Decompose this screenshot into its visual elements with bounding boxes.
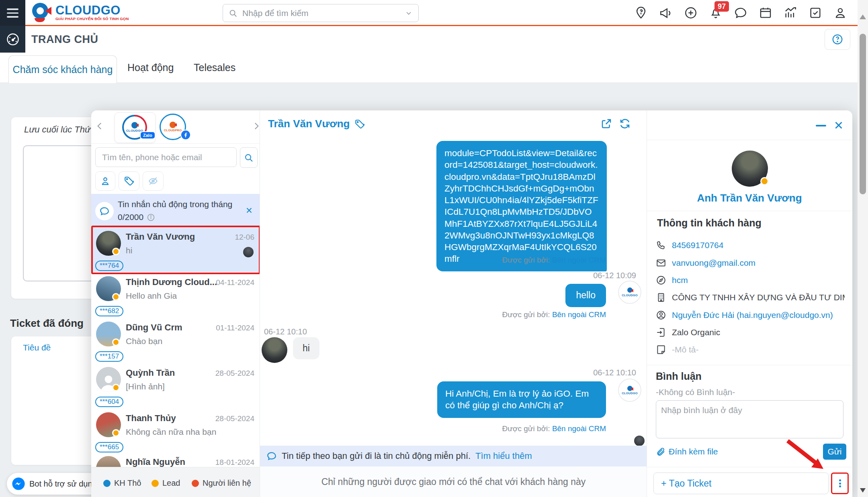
tab-label: Chăm sóc khách hàng bbox=[13, 64, 113, 75]
page-header: TRANG CHỦ bbox=[25, 26, 868, 53]
tab-label: Hoạt động bbox=[127, 62, 174, 73]
analytics-icon[interactable] bbox=[784, 6, 797, 20]
hamburger-menu-icon[interactable] bbox=[7, 8, 18, 20]
phone-badge: ***764 bbox=[95, 261, 123, 271]
chat-icon[interactable] bbox=[734, 6, 747, 20]
filter-by-person-button[interactable] bbox=[95, 171, 115, 191]
phone-icon bbox=[656, 240, 666, 251]
tab-label: Telesales bbox=[194, 62, 235, 73]
notification-badge: 97 bbox=[714, 1, 729, 12]
tab-hoat-dong[interactable]: Hoạt động bbox=[127, 53, 174, 82]
attach-file-label: Đính kèm file bbox=[669, 447, 718, 456]
page-scrollbar[interactable] bbox=[858, 0, 868, 497]
create-ticket-button[interactable]: + Tạo Ticket bbox=[653, 473, 829, 494]
chevron-right-icon[interactable] bbox=[251, 121, 260, 131]
scrollbar-thumb[interactable] bbox=[860, 34, 866, 194]
filter-hidden-button[interactable] bbox=[143, 171, 164, 191]
closed-tickets-column-link[interactable]: Tiêu đề bbox=[23, 343, 51, 352]
chevron-left-icon[interactable] bbox=[94, 121, 105, 131]
conversation-row-nghia-nguyen[interactable]: Nghĩa Nguyễn 18-01-2024 bbox=[91, 454, 260, 467]
conversation-date: 12-06 bbox=[235, 233, 254, 242]
customer-phone-row[interactable]: 84569170764 bbox=[656, 238, 845, 253]
timestamp: 06-12 10:09 bbox=[593, 271, 636, 280]
customer-phone[interactable]: 84569170764 bbox=[672, 240, 723, 250]
add-icon[interactable] bbox=[684, 6, 698, 20]
close-icon[interactable] bbox=[833, 119, 845, 131]
facebook-badge-icon bbox=[180, 130, 191, 140]
status-legend: KH Thô Lead Người liên hệ bbox=[91, 467, 260, 497]
notifications-bell-icon[interactable]: 97 bbox=[709, 6, 723, 20]
user-icon[interactable] bbox=[833, 6, 847, 20]
learn-more-link[interactable]: Tìm hiểu thêm bbox=[475, 451, 532, 461]
global-search-input[interactable] bbox=[242, 8, 401, 18]
outgoing-message-bubble: Hi Anh/Chị, Em là trợ lý ảo iGO. Em có t… bbox=[437, 381, 606, 418]
dashboard-nav-item[interactable] bbox=[0, 26, 25, 53]
customer-email[interactable]: vanvuong@gmail.com bbox=[672, 258, 755, 268]
conversation-snippet: Chào bạn bbox=[126, 336, 162, 346]
conversation-header: Trần Văn Vương bbox=[260, 110, 647, 139]
chat-widget: CLOUDGO Zalo CLOUDPRO Tin nhắn chủ động … bbox=[91, 110, 852, 497]
conversation-name: Trần Văn Vương bbox=[126, 232, 195, 242]
tasks-checkbox-icon[interactable] bbox=[809, 6, 822, 20]
conversation-snippet: Không cần nữa nha bạn bbox=[126, 427, 216, 437]
comment-input[interactable] bbox=[656, 400, 843, 438]
conversation-name: Dũng Vũ Crm bbox=[126, 322, 182, 333]
scroll-down-arrow-icon[interactable] bbox=[860, 488, 866, 493]
attach-file-button[interactable]: Đính kèm file bbox=[656, 447, 718, 456]
refresh-sync-icon[interactable] bbox=[619, 118, 631, 130]
conversation-date: 04-11-2024 bbox=[216, 278, 254, 287]
location-icon[interactable] bbox=[634, 6, 648, 20]
customer-location[interactable]: hcm bbox=[672, 275, 688, 285]
cloudgo-bot-avatar: CLOUDGO bbox=[618, 379, 641, 402]
megaphone-icon[interactable] bbox=[659, 6, 673, 20]
customer-email-row[interactable]: vanvuong@gmail.com bbox=[656, 256, 845, 270]
permission-note-text: Chỉ những người được giao mới có thể cha… bbox=[321, 477, 586, 487]
customer-owner[interactable]: Nguyễn Đức Hải (hai.nguyen@cloudgo.vn) bbox=[672, 310, 833, 320]
bot-helper-launcher[interactable]: Bot hỗ trợ sử dụng bbox=[7, 473, 102, 495]
legend-label: KH Thô bbox=[114, 479, 141, 488]
conversation-snippet: [Hình ảnh] bbox=[126, 382, 165, 391]
autosave-note: Lưu cuối lúc Thứ 6 bbox=[24, 124, 98, 135]
chevron-down-icon[interactable] bbox=[405, 9, 413, 17]
tag-icon[interactable] bbox=[354, 119, 365, 129]
lead-status-dot bbox=[112, 248, 120, 255]
topbar-accent-divider bbox=[25, 25, 868, 26]
send-button[interactable]: Gửi bbox=[823, 444, 846, 460]
channel-cloudgo-zalo[interactable]: CLOUDGO Zalo bbox=[115, 112, 156, 143]
customer-owner-row[interactable]: Nguyễn Đức Hải (hai.nguyen@cloudgo.vn) bbox=[656, 308, 845, 322]
minimize-icon[interactable] bbox=[816, 125, 826, 126]
conversation-row-thinh-duong[interactable]: Thịnh Dương Cloud... 04-11-2024 Hello an… bbox=[91, 272, 260, 318]
open-external-icon[interactable] bbox=[600, 118, 612, 130]
sent-by-label: Được gửi bởi: bbox=[502, 256, 550, 264]
close-quota-icon[interactable] bbox=[245, 206, 254, 215]
global-search[interactable] bbox=[223, 4, 419, 22]
conversation-row-thanh-thuy[interactable]: Thanh Thủy 28-05-2024 Không cần nữa nha … bbox=[91, 408, 260, 454]
channel-selector: CLOUDGO Zalo CLOUDPRO bbox=[91, 110, 260, 144]
customer-description: -Mô tả- bbox=[672, 345, 699, 354]
tab-telesales[interactable]: Telesales bbox=[194, 53, 235, 82]
chat-bubble-icon bbox=[95, 202, 114, 220]
more-actions-kebab-button[interactable] bbox=[831, 473, 849, 494]
lead-status-dot bbox=[112, 384, 120, 391]
info-icon[interactable] bbox=[147, 213, 155, 222]
person-filter-icon bbox=[100, 176, 111, 186]
conversation-row-tran-van-vuong[interactable]: Trần Văn Vương 12-06 hi ***764 bbox=[91, 227, 260, 272]
conversation-search[interactable] bbox=[95, 147, 237, 167]
customer-location-row[interactable]: hcm bbox=[656, 273, 845, 287]
conversation-search-button[interactable] bbox=[240, 147, 258, 168]
cloudgo-logo: CLOUDGO GIẢI PHÁP CHUYỂN ĐỔI SỐ TINH GỌN bbox=[32, 3, 129, 22]
kh-tho-dot bbox=[103, 480, 111, 487]
conversation-row-quynh-tran[interactable]: Quỳnh Trần 28-05-2024 [Hình ảnh] ***604 bbox=[91, 363, 260, 408]
scroll-up-arrow-icon[interactable] bbox=[860, 14, 866, 19]
tab-cham-soc-khach-hang[interactable]: Chăm sóc khách hàng bbox=[8, 55, 117, 83]
customer-name: Anh Trần Văn Vương bbox=[647, 192, 852, 204]
calendar-icon[interactable] bbox=[759, 6, 772, 20]
customer-source-row: Zalo Organic bbox=[656, 325, 845, 340]
conversation-row-dung-vu[interactable]: Dũng Vũ Crm 01-11-2024 Chào bạn ***157 bbox=[91, 318, 260, 363]
message-history[interactable]: module=CPTodoList&view=Detail&record=142… bbox=[260, 139, 647, 446]
conversation-search-input[interactable] bbox=[101, 152, 231, 163]
user-circle-icon bbox=[656, 310, 666, 320]
help-button[interactable] bbox=[825, 29, 850, 50]
chat-bubble-icon bbox=[266, 451, 277, 461]
filter-by-tag-button[interactable] bbox=[119, 171, 139, 191]
